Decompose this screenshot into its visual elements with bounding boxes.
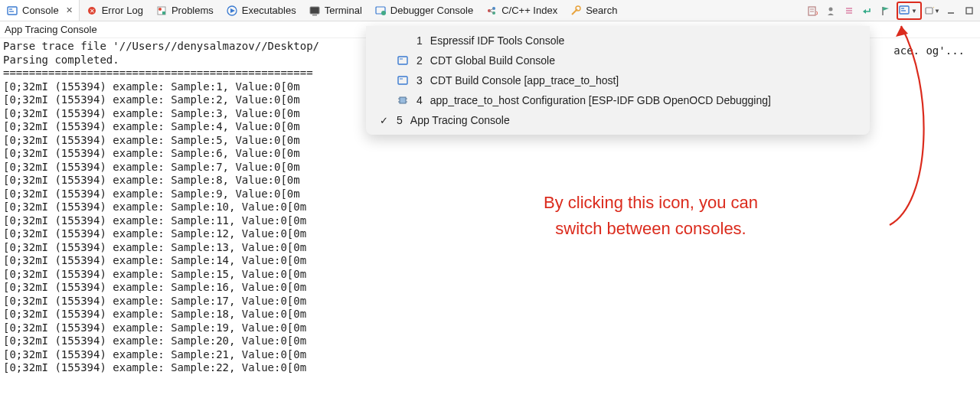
parse-line-trail: ace. og'...: [893, 44, 965, 57]
chevron-down-icon: ▼: [911, 8, 917, 15]
tab-terminal[interactable]: Terminal: [302, 0, 368, 21]
svg-rect-40: [398, 77, 407, 84]
dropdown-label: App Tracing Console: [410, 114, 510, 126]
return-icon[interactable]: [860, 3, 875, 18]
svg-rect-10: [310, 7, 319, 14]
svg-point-6: [158, 8, 162, 11]
log-lines: [0;32mI (155394) example: Sample:1, Valu…: [3, 80, 306, 374]
console-icon: [397, 54, 409, 67]
tab-label: Console: [22, 5, 59, 16]
svg-rect-7: [162, 11, 165, 15]
parse-done: Parsing completed.: [3, 54, 119, 66]
search-icon: [570, 5, 582, 17]
tab-problems[interactable]: Problems: [149, 0, 220, 21]
dropdown-item-1[interactable]: 1 Espressif IDF Tools Console: [366, 31, 870, 51]
tab-index[interactable]: C/C++ Index: [479, 0, 564, 21]
tab-label: Search: [586, 5, 617, 16]
switch-console-button[interactable]: ▼: [897, 2, 922, 20]
dropdown-label: CDT Global Build Console: [430, 54, 555, 67]
flag-icon[interactable]: [878, 3, 893, 18]
svg-rect-0: [8, 7, 17, 15]
check-icon: ✓: [378, 115, 389, 126]
console-switch-icon: [899, 5, 910, 18]
svg-point-20: [576, 6, 580, 11]
tab-search[interactable]: Search: [564, 0, 623, 21]
svg-marker-29: [863, 9, 866, 14]
dropdown-item-4[interactable]: 4 app_trace_to_host Configuration [ESP-I…: [366, 90, 870, 110]
tab-label: Debugger Console: [390, 5, 473, 16]
svg-rect-31: [900, 6, 909, 14]
dropdown-label: Espressif IDF Tools Console: [430, 34, 565, 47]
generic-icon: [397, 34, 409, 47]
console-icon: [6, 5, 18, 17]
svg-text:✕: ✕: [815, 10, 818, 16]
svg-rect-12: [312, 15, 317, 16]
dropdown-item-5[interactable]: ✓ 5 App Tracing Console: [366, 110, 870, 130]
svg-marker-9: [230, 8, 235, 13]
new-console-icon[interactable]: +▼: [925, 3, 940, 18]
dropdown-label: CDT Build Console [app_trace_to_host]: [430, 74, 619, 86]
list-icon[interactable]: [841, 3, 857, 18]
toolbar-right: ✕ ▼ +▼: [805, 0, 977, 21]
tab-label: C/C++ Index: [501, 5, 557, 16]
debugger-icon: [374, 5, 387, 17]
tab-label: Error Log: [102, 5, 143, 16]
svg-rect-38: [398, 57, 407, 64]
tab-debugger-console[interactable]: Debugger Console: [368, 0, 479, 21]
svg-text:✕: ✕: [89, 8, 94, 15]
tab-label: Terminal: [325, 5, 362, 16]
divider: ========================================…: [3, 67, 313, 79]
minimize-icon[interactable]: [943, 3, 959, 18]
view-tab-bar: Console ✕ ✕ Error Log Problems Executabl…: [0, 0, 980, 21]
dropdown-label: app_trace_to_host Configuration [ESP-IDF…: [430, 94, 771, 106]
console-switch-dropdown: 1 Espressif IDF Tools Console 2 CDT Glob…: [366, 26, 870, 135]
edit-icon[interactable]: ✕: [805, 3, 820, 18]
person-icon[interactable]: [823, 3, 838, 18]
error-icon: ✕: [86, 5, 98, 17]
svg-rect-42: [400, 97, 406, 103]
svg-point-25: [829, 8, 833, 11]
terminal-icon: [309, 5, 321, 17]
close-icon[interactable]: ✕: [63, 5, 73, 15]
tab-console[interactable]: Console ✕: [0, 0, 80, 21]
index-icon: [485, 5, 498, 17]
console-icon: [397, 74, 409, 86]
tab-label: Problems: [172, 5, 214, 16]
svg-point-14: [381, 11, 386, 15]
tab-executables[interactable]: Executables: [220, 0, 302, 21]
svg-rect-37: [966, 8, 972, 14]
chip-icon: [397, 94, 409, 106]
dropdown-item-2[interactable]: 2 CDT Global Build Console: [366, 51, 870, 70]
svg-rect-34: [926, 8, 933, 14]
parse-line: Parse trace file '//Users//denysalmazov/…: [3, 40, 319, 52]
exec-icon: [226, 5, 238, 17]
dropdown-item-3[interactable]: 3 CDT Build Console [app_trace_to_host]: [366, 70, 870, 90]
tab-error-log[interactable]: ✕ Error Log: [80, 0, 149, 21]
maximize-icon[interactable]: [962, 3, 977, 18]
tab-label: Executables: [242, 5, 296, 16]
problems-icon: [155, 5, 168, 17]
